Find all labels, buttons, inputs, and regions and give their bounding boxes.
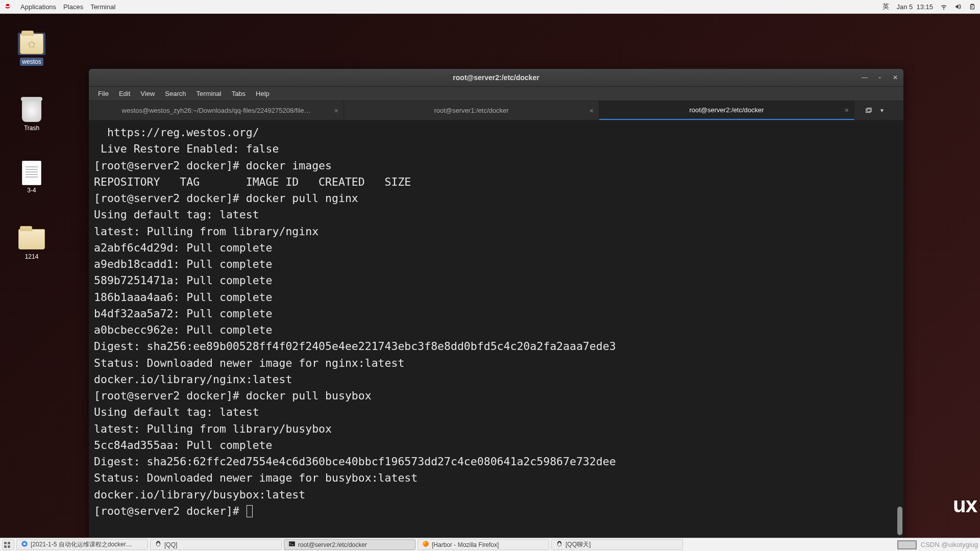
terminal-line: docker.io/library/busybox:latest	[94, 487, 898, 503]
maximize-button[interactable]: ▫	[876, 73, 884, 82]
wifi-icon[interactable]	[940, 3, 947, 10]
distro-icon	[4, 3, 11, 10]
menu-terminal[interactable]: Terminal	[192, 88, 226, 99]
taskbar-item-label: [QQ聊天]	[566, 540, 591, 549]
titlebar[interactable]: root@server2:/etc/docker — ▫ ✕	[89, 69, 903, 87]
desktop-icon-label: 1214	[25, 253, 39, 260]
menu-applications[interactable]: Applications	[20, 3, 56, 11]
terminal-tab-1[interactable]: root@server1:/etc/docker×	[344, 101, 599, 120]
new-tab-icon[interactable]	[865, 107, 872, 114]
terminal-line: 186b1aaa4aa6: Pull complete	[94, 289, 898, 306]
tab-close-button[interactable]: ×	[334, 107, 338, 115]
menu-help[interactable]: Help	[252, 88, 274, 99]
bottom-panel: [2021-1-5 自动化运维课程之docker…[QQ]root@server…	[0, 538, 980, 551]
terminal-icon	[288, 540, 296, 547]
taskbar-item-0[interactable]: [2021-1-5 自动化运维课程之docker…	[16, 539, 148, 550]
terminal-line: a2abf6c4d29d: Pull complete	[94, 240, 898, 256]
scrollbar-thumb[interactable]	[897, 507, 902, 535]
firefox-icon	[422, 540, 429, 547]
csdn-watermark: CSDN @uikotygiug	[921, 541, 978, 548]
tab-label: root@server2:/etc/docker	[689, 106, 764, 114]
clock-date[interactable]: Jan 5 13:15	[896, 3, 933, 11]
volume-icon[interactable]	[954, 3, 962, 10]
menu-file[interactable]: File	[94, 88, 113, 99]
tab-menu-button[interactable]: ▼	[879, 108, 885, 113]
svg-point-11	[159, 542, 160, 543]
taskbar-item-label: root@server2:/etc/docker	[298, 541, 367, 548]
terminal-line: [root@server2 docker]#	[94, 503, 898, 519]
terminal-line: latest: Pulling from library/nginx	[94, 223, 898, 240]
qq-icon	[556, 540, 563, 547]
tab-label: westos@westos_zyh26:~/Downloads/qq-files…	[122, 107, 311, 114]
terminal-line: [root@server2 docker]# docker pull nginx	[94, 190, 898, 207]
tabbar: westos@westos_zyh26:~/Downloads/qq-files…	[89, 101, 903, 120]
svg-rect-5	[8, 545, 10, 548]
menu-terminal[interactable]: Terminal	[90, 3, 115, 11]
terminal-line: [root@server2 docker]# docker pull busyb…	[94, 388, 898, 404]
terminal-output[interactable]: https://reg.westos.org/ Live Restore Ena…	[89, 120, 903, 539]
tab-label: root@server1:/etc/docker	[434, 107, 508, 114]
terminal-line: 589b7251471a: Pull complete	[94, 272, 898, 289]
terminal-line: a9edb18cadd1: Pull complete	[94, 256, 898, 272]
svg-point-10	[157, 542, 158, 543]
taskbar-item-2[interactable]: root@server2:/etc/docker	[284, 539, 415, 550]
desktop-icon-label: Trash	[24, 124, 39, 132]
terminal-line: Status: Downloaded newer image for busyb…	[94, 470, 898, 486]
workspace-indicator[interactable]	[897, 540, 917, 549]
desktop-icon-label: 3-4	[27, 187, 36, 194]
trash-icon	[22, 99, 41, 122]
svg-rect-2	[4, 542, 7, 544]
menu-tabs[interactable]: Tabs	[228, 88, 250, 99]
desktop-icon-westos[interactable]: westos	[6, 33, 57, 66]
taskbar-item-label: [2021-1-5 自动化运维课程之docker…	[31, 540, 132, 549]
terminal-line: docker.io/library/nginx:latest	[94, 371, 898, 388]
svg-point-17	[560, 542, 561, 543]
input-language[interactable]: 英	[883, 2, 889, 11]
terminal-tab-2[interactable]: root@server2:/etc/docker×	[599, 101, 854, 120]
taskbar-item-label: [QQ]	[164, 541, 177, 548]
desktop: westosTrash3-41214 root@server2:/etc/doc…	[0, 14, 980, 538]
minimize-button[interactable]: —	[861, 73, 869, 82]
taskbar-item-4[interactable]: [QQ聊天]	[551, 539, 683, 550]
terminal-line: REPOSITORY TAG IMAGE ID CREATED SIZE	[94, 174, 898, 190]
terminal-line: Digest: sha256:62ffc2ed7554e4c6d360bce40…	[94, 454, 898, 470]
svg-rect-4	[4, 545, 7, 548]
terminal-tab-0[interactable]: westos@westos_zyh26:~/Downloads/qq-files…	[89, 101, 344, 120]
show-desktop-button[interactable]	[2, 539, 14, 550]
close-button[interactable]: ✕	[891, 73, 899, 82]
terminal-line: latest: Pulling from library/busybox	[94, 421, 898, 437]
grid-icon	[4, 541, 11, 548]
taskbar-item-1[interactable]: [QQ]	[150, 539, 282, 550]
menu-view[interactable]: View	[136, 88, 159, 99]
terminal-line: 5cc84ad355aa: Pull complete	[94, 437, 898, 454]
tab-close-button[interactable]: ×	[590, 107, 594, 115]
svg-point-16	[558, 542, 559, 543]
desktop-icon-trash[interactable]: Trash	[6, 99, 57, 132]
taskbar-item-label: [Harbor - Mozilla Firefox]	[432, 541, 499, 548]
taskbar-item-3[interactable]: [Harbor - Mozilla Firefox]	[418, 539, 549, 550]
svg-point-7	[23, 543, 26, 545]
battery-icon[interactable]	[969, 3, 976, 10]
terminal-window: root@server2:/etc/docker — ▫ ✕ File Edit…	[89, 69, 903, 539]
desktop-icon-1214[interactable]: 1214	[6, 228, 57, 260]
svg-rect-0	[866, 109, 870, 112]
branding-watermark: ux	[953, 493, 977, 517]
desktop-icon-label: westos	[20, 58, 43, 66]
window-title: root@server2:/etc/docker	[453, 73, 539, 82]
terminal-line: Using default tag: latest	[94, 404, 898, 420]
terminal-line: a0bcbecc962e: Pull complete	[94, 322, 898, 338]
terminal-line: b4df32aa5a72: Pull complete	[94, 306, 898, 322]
menu-places[interactable]: Places	[63, 3, 83, 11]
terminal-line: Live Restore Enabled: false	[94, 141, 898, 157]
menu-search[interactable]: Search	[161, 88, 190, 99]
svg-rect-1	[867, 108, 871, 111]
terminal-line: Digest: sha256:ee89b00528ff4f02f2405e4ee…	[94, 338, 898, 355]
svg-rect-3	[8, 542, 10, 544]
top-panel: Applications Places Terminal 英 Jan 5 13:…	[0, 0, 980, 14]
cursor	[247, 505, 253, 517]
terminal-line: [root@server2 docker]# docker images	[94, 158, 898, 174]
menu-edit[interactable]: Edit	[115, 88, 134, 99]
folder-home-icon	[20, 34, 43, 54]
tab-close-button[interactable]: ×	[845, 106, 849, 114]
desktop-icon-3-4[interactable]: 3-4	[6, 162, 57, 194]
